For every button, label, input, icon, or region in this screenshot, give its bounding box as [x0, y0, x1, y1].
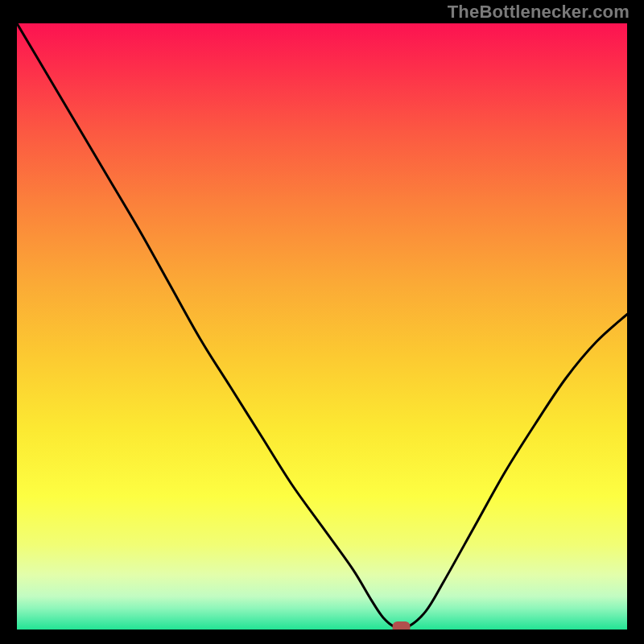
- attribution-text: TheBottlenecker.com: [448, 2, 630, 23]
- optimal-point-marker: [393, 621, 411, 630]
- chart-background-gradient: [17, 23, 627, 630]
- chart-area: [17, 23, 627, 630]
- bottleneck-chart: [17, 23, 627, 630]
